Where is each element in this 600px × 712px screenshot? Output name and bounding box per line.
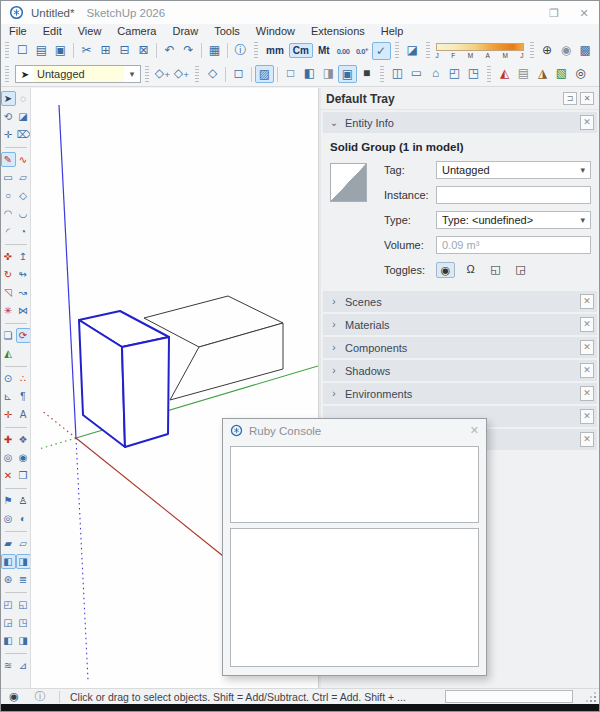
tray-section-header[interactable]: › Environments ✕ [323,383,597,404]
copy-array-icon[interactable]: ▩ [576,42,595,60]
open-icon[interactable]: ▤ [32,42,51,60]
sandbox-from-scratch-icon[interactable]: ⊿ [17,659,30,672]
copy-icon[interactable]: ⊞ [96,42,115,60]
display-precision-icon[interactable]: 0.00 [334,42,353,60]
menu-item[interactable]: View [70,24,110,39]
monochrome-icon[interactable]: ◨ [319,65,338,83]
close-window-button[interactable]: ✕ [569,2,599,24]
wireframe-icon[interactable]: ◻ [229,65,248,83]
close-ruby-console-button[interactable]: ✕ [470,424,479,437]
flip-tool-icon[interactable]: ⋈ [17,304,30,317]
tray-section-header[interactable]: › Materials ✕ [323,314,597,335]
zoom-extents-icon[interactable]: ⊛ [2,573,15,586]
close-section-button[interactable]: ✕ [580,432,594,447]
outer-shell-icon[interactable]: ◰ [2,598,15,611]
orbit-tool-icon[interactable]: ⟳ [17,329,30,342]
axes-tool-icon[interactable]: ✛ [2,408,15,421]
close-tray-button[interactable]: ✕ [580,92,594,105]
delete-icon[interactable]: ⊠ [134,42,153,60]
toolbar-grip[interactable] [5,42,9,59]
arc-tool-icon[interactable]: ◠ [2,207,15,220]
copy-stamp-tool-icon[interactable]: ✳ [2,304,15,317]
fog-icon[interactable]: ◉ [557,42,576,60]
circle-tool-icon[interactable]: ○ [2,189,15,202]
move-tool-icon[interactable]: ✜ [2,250,15,263]
tray-section-header[interactable]: › Shadows ✕ [323,360,597,381]
cast-shadows-toggle-icon[interactable]: ◱ [486,262,505,278]
length-snapping-icon[interactable]: ✓ [372,42,391,60]
rubber-eraser-icon[interactable]: ◪ [403,42,422,60]
eraser-tool-icon[interactable]: ◪ [17,110,30,123]
weld-edges-icon[interactable]: ✚ [2,433,15,446]
visible-toggle-icon[interactable]: ◉ [436,262,455,278]
export-selection-icon[interactable]: ❐ [17,469,30,482]
pie-tool-icon[interactable]: ◔ [17,225,30,238]
pin-icon[interactable]: ⊐ [563,92,577,105]
freehand-tool-icon[interactable]: ∿ [17,153,30,166]
three-point-arc-tool-icon[interactable]: ◜ [2,225,15,238]
polygon-tool-icon[interactable]: ◇ [17,189,30,202]
toolbar-grip[interactable] [254,42,258,59]
intersect-faces-icon[interactable]: ✕ [2,469,15,482]
selected-box[interactable] [79,311,169,447]
zoom-tool-icon[interactable]: ◎ [2,451,15,464]
resize-grip[interactable] [585,691,597,703]
section-cut-icon[interactable]: ▱ [17,537,30,550]
scale-tool-icon[interactable]: ◹ [2,286,15,299]
menu-item[interactable]: Tools [206,24,248,39]
instance-input[interactable] [436,186,591,204]
polygon-eraser-icon[interactable]: ⌦ [17,128,30,141]
right-view-icon[interactable]: ◰ [445,65,464,83]
dimension-tool-icon[interactable]: ∴ [17,372,30,385]
restore-window-button[interactable]: ❐ [539,2,569,24]
toolbar-grip[interactable] [426,42,430,59]
solid-intersect-icon[interactable]: ◧ [2,634,15,647]
solid-split-icon[interactable]: ◨ [17,634,30,647]
paste-icon[interactable]: ⊟ [115,42,134,60]
toolbar-grip[interactable] [5,66,9,83]
close-section-button[interactable]: ✕ [580,386,594,401]
close-section-button[interactable]: ✕ [580,340,594,355]
send-to-layout-icon[interactable]: ◭ [495,65,514,83]
shaded-icon[interactable]: ◧ [300,65,319,83]
follow-me-tool-icon[interactable]: ↬ [17,268,30,281]
model-info-icon[interactable]: ⓘ [231,42,250,60]
top-view-icon[interactable]: ▭ [407,65,426,83]
tray-section-header[interactable]: › Components ✕ [323,337,597,358]
close-section-button[interactable]: ✕ [580,294,594,309]
smart-eraser-icon[interactable]: ❖ [17,433,30,446]
close-section-button[interactable]: ✕ [580,363,594,378]
rotated-rectangle-tool-icon[interactable]: ▱ [17,171,30,184]
push-pull-tool-icon[interactable]: ↥ [17,250,30,263]
ruby-console-window[interactable]: Ruby Console ✕ [222,418,487,676]
close-section-button[interactable]: ✕ [580,317,594,332]
menu-item[interactable]: File [1,24,35,39]
ruby-console-output[interactable] [230,446,479,523]
toolbar-grip[interactable] [530,42,534,59]
menu-item[interactable]: Window [248,24,303,39]
toolbar-grip[interactable] [380,66,384,83]
section-fill-toggle-icon[interactable]: ◨ [17,555,30,568]
eye-view-tool-icon[interactable]: ◐ [17,512,30,525]
credits-icon[interactable]: ⓘ [27,689,53,704]
print-icon[interactable]: ▦ [205,42,224,60]
lock-toggle-icon[interactable]: Ω [461,262,480,278]
import-icon[interactable]: ◮ [533,65,552,83]
sandbox-from-contours-icon[interactable]: ≋ [2,659,15,672]
tray-section-header[interactable]: › Scenes ✕ [323,291,597,312]
menu-item[interactable]: Help [373,24,412,39]
increase-precision-icon[interactable]: 0.0⁺ [353,42,372,60]
measurements-input[interactable] [445,690,573,703]
toolbar-grip[interactable] [487,66,491,83]
rotate-tool-icon[interactable]: ↻ [2,268,15,281]
cut-icon[interactable]: ✂ [77,42,96,60]
protractor-tool-icon[interactable]: ⊾ [2,390,15,403]
solid-subtract-icon[interactable]: ◲ [2,616,15,629]
front-view-icon[interactable]: ⌂ [426,65,445,83]
entity-info-header[interactable]: ⌄ Entity Info ✕ [323,112,597,133]
tape-measure-tool-icon[interactable]: ⊙ [2,372,15,385]
toolbar-grip[interactable] [195,66,199,83]
shaded-textures-icon[interactable]: ■ [357,65,376,83]
add-tag-icon[interactable]: ◇₊ [153,65,172,83]
toolbar-grip[interactable] [145,66,149,83]
